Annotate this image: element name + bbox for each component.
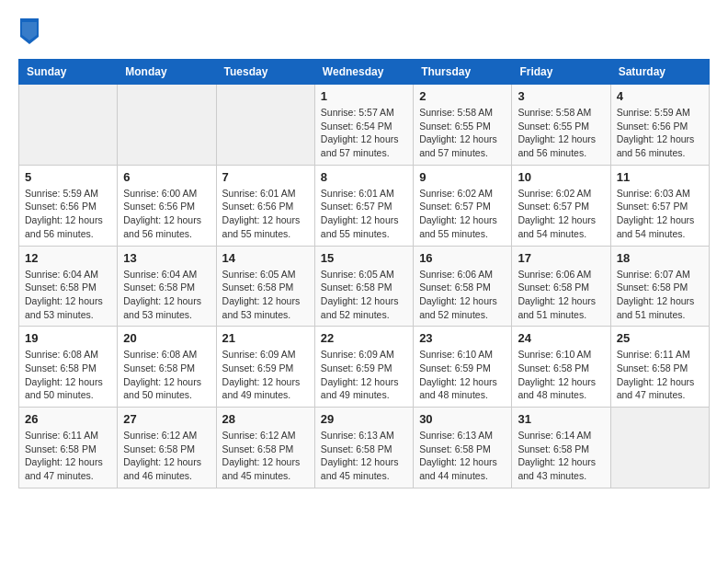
calendar-cell <box>118 85 216 166</box>
header-day-thursday: Thursday <box>414 60 512 85</box>
calendar-cell: 19Sunrise: 6:08 AM Sunset: 6:58 PM Dayli… <box>19 327 118 408</box>
day-info: Sunrise: 5:59 AM Sunset: 6:56 PM Dayligh… <box>617 106 703 160</box>
day-info: Sunrise: 6:08 AM Sunset: 6:58 PM Dayligh… <box>25 348 111 402</box>
day-info: Sunrise: 6:04 AM Sunset: 6:58 PM Dayligh… <box>123 268 210 322</box>
calendar-week-1: 1Sunrise: 5:57 AM Sunset: 6:54 PM Daylig… <box>19 85 710 166</box>
day-number: 11 <box>617 170 703 184</box>
day-number: 1 <box>321 89 407 103</box>
day-number: 9 <box>419 170 506 184</box>
day-number: 4 <box>617 89 703 103</box>
calendar-cell: 29Sunrise: 6:13 AM Sunset: 6:58 PM Dayli… <box>314 408 413 488</box>
day-info: Sunrise: 6:12 AM Sunset: 6:58 PM Dayligh… <box>123 429 210 483</box>
day-number: 30 <box>419 412 506 426</box>
calendar-cell: 22Sunrise: 6:09 AM Sunset: 6:59 PM Dayli… <box>314 327 413 408</box>
calendar-cell: 9Sunrise: 6:02 AM Sunset: 6:57 PM Daylig… <box>414 165 512 246</box>
calendar-week-5: 26Sunrise: 6:11 AM Sunset: 6:58 PM Dayli… <box>19 408 710 488</box>
day-number: 27 <box>123 412 210 426</box>
day-number: 6 <box>123 170 210 184</box>
day-info: Sunrise: 6:00 AM Sunset: 6:56 PM Dayligh… <box>123 187 210 241</box>
header-day-tuesday: Tuesday <box>216 60 314 85</box>
day-info: Sunrise: 6:12 AM Sunset: 6:58 PM Dayligh… <box>222 429 309 483</box>
day-number: 16 <box>419 251 506 265</box>
day-number: 25 <box>617 331 703 345</box>
calendar-cell: 26Sunrise: 6:11 AM Sunset: 6:58 PM Dayli… <box>19 408 118 488</box>
day-info: Sunrise: 6:03 AM Sunset: 6:57 PM Dayligh… <box>617 187 703 241</box>
day-number: 7 <box>222 170 309 184</box>
day-number: 3 <box>518 89 604 103</box>
logo-icon <box>20 18 39 44</box>
logo <box>18 18 44 44</box>
calendar-table: SundayMondayTuesdayWednesdayThursdayFrid… <box>18 59 710 488</box>
day-number: 28 <box>222 412 309 426</box>
page-header <box>18 18 710 44</box>
calendar-cell: 20Sunrise: 6:08 AM Sunset: 6:58 PM Dayli… <box>118 327 216 408</box>
day-info: Sunrise: 6:10 AM Sunset: 6:59 PM Dayligh… <box>419 348 506 402</box>
calendar-cell: 17Sunrise: 6:06 AM Sunset: 6:58 PM Dayli… <box>512 246 610 327</box>
calendar-cell: 6Sunrise: 6:00 AM Sunset: 6:56 PM Daylig… <box>118 165 216 246</box>
calendar-week-3: 12Sunrise: 6:04 AM Sunset: 6:58 PM Dayli… <box>19 246 710 327</box>
calendar-cell <box>19 85 118 166</box>
calendar-cell: 14Sunrise: 6:05 AM Sunset: 6:58 PM Dayli… <box>216 246 314 327</box>
calendar-cell: 12Sunrise: 6:04 AM Sunset: 6:58 PM Dayli… <box>19 246 118 327</box>
day-info: Sunrise: 6:11 AM Sunset: 6:58 PM Dayligh… <box>25 429 111 483</box>
day-info: Sunrise: 6:01 AM Sunset: 6:57 PM Dayligh… <box>321 187 407 241</box>
day-info: Sunrise: 6:05 AM Sunset: 6:58 PM Dayligh… <box>321 268 407 322</box>
calendar-cell: 27Sunrise: 6:12 AM Sunset: 6:58 PM Dayli… <box>118 408 216 488</box>
day-number: 20 <box>123 331 210 345</box>
calendar-cell: 25Sunrise: 6:11 AM Sunset: 6:58 PM Dayli… <box>610 327 709 408</box>
calendar-cell: 2Sunrise: 5:58 AM Sunset: 6:55 PM Daylig… <box>414 85 512 166</box>
day-number: 13 <box>123 251 210 265</box>
header-day-monday: Monday <box>118 60 216 85</box>
day-info: Sunrise: 6:11 AM Sunset: 6:58 PM Dayligh… <box>617 348 703 402</box>
day-info: Sunrise: 6:09 AM Sunset: 6:59 PM Dayligh… <box>222 348 309 402</box>
day-number: 10 <box>518 170 604 184</box>
header-row: SundayMondayTuesdayWednesdayThursdayFrid… <box>19 60 710 85</box>
calendar-cell: 3Sunrise: 5:58 AM Sunset: 6:55 PM Daylig… <box>512 85 610 166</box>
calendar-cell: 16Sunrise: 6:06 AM Sunset: 6:58 PM Dayli… <box>414 246 512 327</box>
day-number: 29 <box>321 412 407 426</box>
calendar-cell: 7Sunrise: 6:01 AM Sunset: 6:56 PM Daylig… <box>216 165 314 246</box>
calendar-week-2: 5Sunrise: 5:59 AM Sunset: 6:56 PM Daylig… <box>19 165 710 246</box>
day-info: Sunrise: 6:02 AM Sunset: 6:57 PM Dayligh… <box>518 187 604 241</box>
day-number: 31 <box>518 412 604 426</box>
day-info: Sunrise: 5:57 AM Sunset: 6:54 PM Dayligh… <box>321 106 407 160</box>
calendar-cell: 8Sunrise: 6:01 AM Sunset: 6:57 PM Daylig… <box>314 165 413 246</box>
calendar-week-4: 19Sunrise: 6:08 AM Sunset: 6:58 PM Dayli… <box>19 327 710 408</box>
calendar-cell: 13Sunrise: 6:04 AM Sunset: 6:58 PM Dayli… <box>118 246 216 327</box>
day-info: Sunrise: 6:05 AM Sunset: 6:58 PM Dayligh… <box>222 268 309 322</box>
calendar-cell: 23Sunrise: 6:10 AM Sunset: 6:59 PM Dayli… <box>414 327 512 408</box>
calendar-cell: 4Sunrise: 5:59 AM Sunset: 6:56 PM Daylig… <box>610 85 709 166</box>
day-info: Sunrise: 6:08 AM Sunset: 6:58 PM Dayligh… <box>123 348 210 402</box>
day-info: Sunrise: 5:59 AM Sunset: 6:56 PM Dayligh… <box>25 187 111 241</box>
calendar-cell: 31Sunrise: 6:14 AM Sunset: 6:58 PM Dayli… <box>512 408 610 488</box>
day-info: Sunrise: 6:02 AM Sunset: 6:57 PM Dayligh… <box>419 187 506 241</box>
day-info: Sunrise: 6:06 AM Sunset: 6:58 PM Dayligh… <box>518 268 604 322</box>
day-info: Sunrise: 6:14 AM Sunset: 6:58 PM Dayligh… <box>518 429 604 483</box>
calendar-body: 1Sunrise: 5:57 AM Sunset: 6:54 PM Daylig… <box>19 85 710 488</box>
day-info: Sunrise: 6:09 AM Sunset: 6:59 PM Dayligh… <box>321 348 407 402</box>
day-info: Sunrise: 6:06 AM Sunset: 6:58 PM Dayligh… <box>419 268 506 322</box>
day-number: 22 <box>321 331 407 345</box>
header-day-friday: Friday <box>512 60 610 85</box>
calendar-header: SundayMondayTuesdayWednesdayThursdayFrid… <box>19 60 710 85</box>
day-info: Sunrise: 6:13 AM Sunset: 6:58 PM Dayligh… <box>419 429 506 483</box>
day-info: Sunrise: 6:04 AM Sunset: 6:58 PM Dayligh… <box>25 268 111 322</box>
day-number: 18 <box>617 251 703 265</box>
day-info: Sunrise: 6:13 AM Sunset: 6:58 PM Dayligh… <box>321 429 407 483</box>
calendar-cell: 11Sunrise: 6:03 AM Sunset: 6:57 PM Dayli… <box>610 165 709 246</box>
calendar-cell: 30Sunrise: 6:13 AM Sunset: 6:58 PM Dayli… <box>414 408 512 488</box>
day-number: 17 <box>518 251 604 265</box>
day-number: 5 <box>25 170 111 184</box>
day-number: 19 <box>25 331 111 345</box>
day-number: 15 <box>321 251 407 265</box>
calendar-cell: 15Sunrise: 6:05 AM Sunset: 6:58 PM Dayli… <box>314 246 413 327</box>
day-number: 14 <box>222 251 309 265</box>
day-info: Sunrise: 6:10 AM Sunset: 6:58 PM Dayligh… <box>518 348 604 402</box>
day-number: 26 <box>25 412 111 426</box>
day-info: Sunrise: 6:07 AM Sunset: 6:58 PM Dayligh… <box>617 268 703 322</box>
day-number: 21 <box>222 331 309 345</box>
header-day-wednesday: Wednesday <box>314 60 413 85</box>
day-number: 2 <box>419 89 506 103</box>
calendar-cell: 5Sunrise: 5:59 AM Sunset: 6:56 PM Daylig… <box>19 165 118 246</box>
day-number: 24 <box>518 331 604 345</box>
